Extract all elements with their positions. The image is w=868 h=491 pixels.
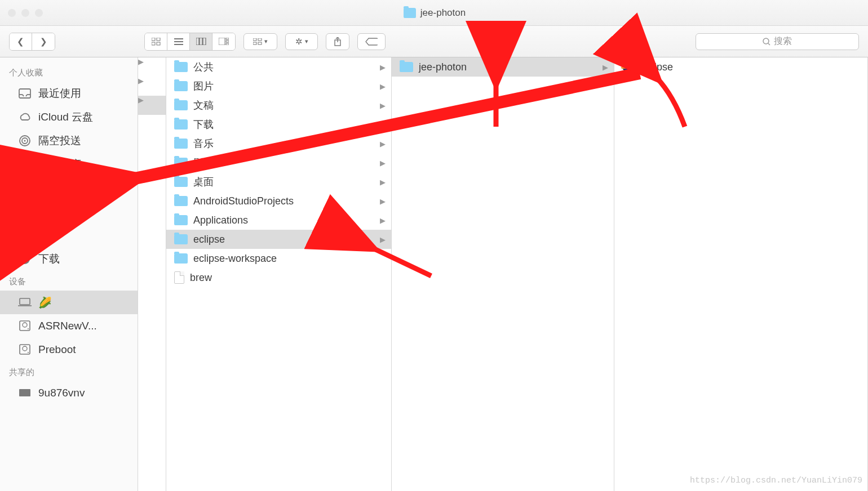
svg-rect-15 (258, 38, 262, 41)
eclipse-icon (622, 61, 635, 73)
sidebar-item[interactable]: 下载 (0, 247, 138, 271)
sidebar-item-label: 应用程序 (38, 157, 81, 172)
svg-rect-31 (19, 184, 30, 191)
sidebar-section-header: 共享的 (0, 361, 138, 381)
sidebar-item-label: 9u876vnv (38, 387, 85, 399)
window-title: jee-photon (420, 7, 466, 19)
minimize-icon[interactable] (21, 9, 29, 17)
svg-rect-2 (152, 42, 155, 45)
tags-button[interactable] (357, 33, 386, 50)
chevron-right-icon: ▶ (380, 63, 386, 72)
apps-icon (18, 158, 32, 171)
column-2: jee-photon▶ (392, 57, 614, 491)
toolbar: ❮ ❯ ▾ ✲▾ 搜索 (0, 26, 868, 57)
share-button[interactable] (326, 33, 349, 50)
sidebar-item-label: iCloud 云盘 (38, 110, 93, 124)
list-item[interactable]: brew (166, 268, 391, 287)
svg-rect-13 (226, 43, 229, 45)
search-input[interactable]: 搜索 (696, 33, 859, 50)
sidebar-item[interactable]: Preboot (0, 338, 138, 361)
col0-expand[interactable]: ▶ (138, 57, 166, 77)
cloud-icon (18, 111, 32, 123)
list-item[interactable]: 桌面▶ (166, 172, 391, 191)
sidebar-item-label: ASRNewV... (38, 320, 97, 332)
list-item-label: eclipse (193, 234, 225, 246)
view-icons-button[interactable] (145, 33, 167, 50)
zoom-icon[interactable] (35, 9, 43, 17)
docs-icon (18, 206, 32, 218)
col0-expand[interactable]: ▶ (138, 77, 166, 96)
folder-icon (174, 100, 188, 110)
view-columns-button[interactable] (190, 33, 212, 50)
list-item[interactable]: 音乐▶ (166, 134, 391, 153)
svg-rect-8 (200, 38, 202, 45)
chevron-right-icon: ▶ (380, 140, 386, 148)
airdrop-icon (18, 135, 32, 147)
sidebar-item[interactable]: 🌽 (0, 291, 138, 314)
tray-icon (18, 87, 32, 100)
list-item[interactable]: Applications▶ (166, 211, 391, 230)
svg-line-26 (26, 95, 27, 96)
svg-rect-16 (253, 42, 256, 44)
col0-expand[interactable]: ▶ (138, 96, 166, 115)
desktop-icon (18, 182, 32, 194)
folder-icon (174, 196, 188, 206)
sidebar-item-label: 文稿 (38, 204, 60, 219)
list-item[interactable]: 公共▶ (166, 57, 391, 77)
list-item[interactable]: jee-photon▶ (392, 57, 614, 77)
list-item[interactable]: 文稿▶ (166, 96, 391, 115)
svg-point-35 (21, 238, 24, 240)
svg-rect-3 (157, 42, 160, 45)
list-item-label: 桌面 (193, 175, 214, 189)
sidebar-item[interactable]: 应用程序 (0, 153, 138, 176)
main: 个人收藏最近使用iCloud 云盘隔空投送应用程序桌面文稿音乐下载设备🌽ASRN… (0, 57, 868, 491)
close-icon[interactable] (8, 9, 16, 17)
list-item-label: Applications (193, 215, 248, 226)
list-item[interactable]: Eclipse (614, 57, 867, 77)
sidebar: 个人收藏最近使用iCloud 云盘隔空投送应用程序桌面文稿音乐下载设备🌽ASRN… (0, 57, 138, 491)
sidebar-item[interactable]: ASRNewV... (0, 314, 138, 338)
chevron-right-icon: ▶ (380, 82, 386, 91)
list-item[interactable]: eclipse-workspace (166, 249, 391, 268)
sidebar-item[interactable]: 9u876vnv (0, 381, 138, 405)
hdd-icon (18, 320, 32, 332)
svg-rect-34 (22, 208, 29, 217)
svg-line-25 (23, 95, 24, 96)
view-gallery-button[interactable] (212, 33, 235, 50)
sidebar-item-label: 🌽 (38, 296, 52, 309)
chevron-right-icon: ▶ (380, 101, 386, 110)
sidebar-item[interactable]: 桌面 (0, 176, 138, 200)
forward-button[interactable]: ❯ (32, 33, 55, 50)
sidebar-item[interactable]: 音乐 (0, 224, 138, 247)
list-item[interactable]: AndroidStudioProjects▶ (166, 191, 391, 211)
folder-icon (174, 62, 188, 72)
list-item[interactable]: 影片▶ (166, 153, 391, 172)
sidebar-item[interactable]: 文稿 (0, 200, 138, 224)
view-list-button[interactable] (167, 33, 190, 50)
svg-rect-0 (152, 38, 155, 41)
sidebar-item[interactable]: 最近使用 (0, 82, 138, 105)
sidebar-item[interactable]: iCloud 云盘 (0, 105, 138, 129)
list-item[interactable]: 下载▶ (166, 115, 391, 134)
list-item[interactable]: 图片▶ (166, 77, 391, 96)
svg-rect-9 (203, 38, 206, 45)
list-item-label: eclipse-workspace (193, 253, 277, 265)
folder-icon (174, 158, 188, 168)
sidebar-item-label: 最近使用 (38, 86, 81, 101)
view-buttons (144, 33, 236, 51)
folder-icon (174, 253, 188, 264)
server-icon (18, 387, 32, 399)
list-item-label: 文稿 (193, 99, 214, 112)
group-button[interactable]: ▾ (243, 33, 277, 50)
laptop-icon (18, 296, 32, 309)
folder-icon (174, 234, 188, 244)
back-button[interactable]: ❮ (10, 33, 32, 50)
action-button[interactable]: ✲▾ (285, 33, 318, 50)
list-item-label: 音乐 (193, 137, 214, 150)
list-item-label: 图片 (193, 79, 214, 93)
list-item[interactable]: eclipse▶ (166, 230, 391, 249)
watermark: https://blog.csdn.net/YuanLiYin079 (690, 476, 862, 485)
column-1: 公共▶图片▶文稿▶下载▶音乐▶影片▶桌面▶AndroidStudioProjec… (166, 57, 392, 491)
svg-line-21 (768, 43, 770, 45)
sidebar-item[interactable]: 隔空投送 (0, 129, 138, 153)
